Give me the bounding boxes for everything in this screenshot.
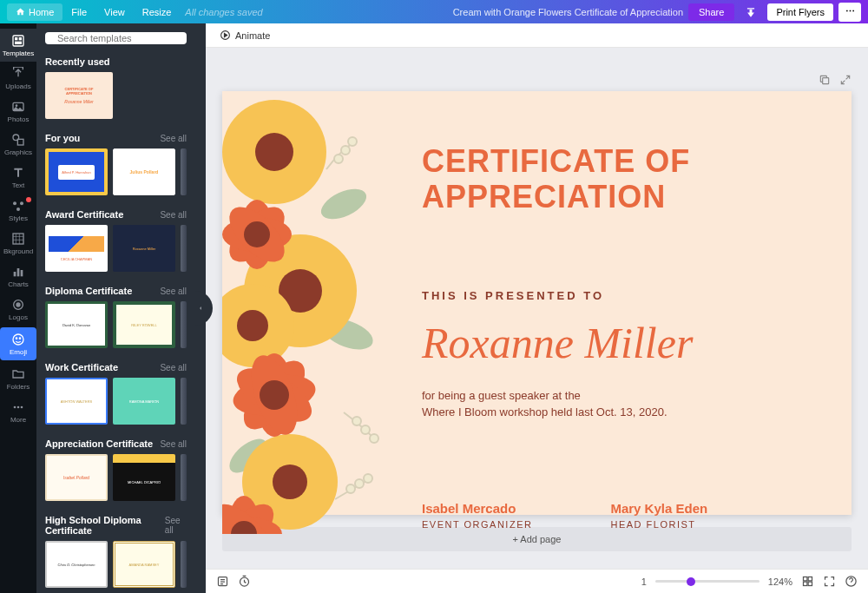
animate-button[interactable]: Animate: [214, 27, 275, 43]
section-highschool: High School Diploma Certificate See all: [45, 515, 187, 536]
template-more[interactable]: [181, 148, 187, 195]
svg-rect-2: [19, 37, 22, 40]
charts-icon: [11, 265, 25, 279]
template-thumb[interactable]: CERTIFICATE OFAPPRECIATION Roxanne Mille…: [45, 72, 113, 119]
template-thumb[interactable]: Isabel Pollard: [45, 454, 108, 501]
template-thumb[interactable]: ASHTON WALTERS: [45, 378, 108, 425]
template-thumb[interactable]: Chris O. Christophersen: [45, 541, 108, 588]
section-appreciation: Appreciation Certificate See all: [45, 438, 187, 449]
svg-rect-14: [21, 270, 23, 276]
tool-templates[interactable]: Templates: [0, 29, 36, 62]
certificate-description[interactable]: for being a guest speaker at the Where I…: [422, 387, 808, 421]
svg-point-29: [348, 137, 357, 146]
svg-rect-7: [17, 139, 23, 145]
flower-decoration: [222, 91, 404, 534]
download-icon: [745, 6, 757, 18]
certificate-title[interactable]: CERTIFICATE OF APPRECIATION: [422, 143, 808, 215]
share-button[interactable]: Share: [688, 3, 734, 21]
folders-icon: [11, 367, 25, 381]
animate-icon: [220, 30, 231, 41]
see-all-link[interactable]: See all: [160, 134, 187, 143]
timer-icon[interactable]: [238, 575, 251, 588]
svg-rect-13: [17, 268, 20, 276]
tool-uploads[interactable]: Uploads: [0, 62, 36, 95]
tool-more[interactable]: More: [0, 395, 36, 428]
svg-rect-1: [15, 37, 17, 40]
see-all-link[interactable]: See all: [160, 287, 187, 296]
signatures-row: Isabel Mercado EVENT ORGANIZER Mary Kyla…: [422, 501, 808, 530]
template-thumb[interactable]: David K. Donovan: [45, 301, 108, 348]
panel-collapse-button[interactable]: [195, 23, 206, 593]
template-more[interactable]: [181, 454, 187, 501]
tool-charts[interactable]: Charts: [0, 260, 36, 293]
notes-icon[interactable]: [216, 575, 229, 588]
save-status: All changes saved: [185, 7, 262, 17]
tool-background[interactable]: Bkground: [0, 227, 36, 260]
see-all-link[interactable]: See all: [160, 439, 187, 449]
tool-folders[interactable]: Folders: [0, 362, 36, 395]
see-all-link[interactable]: See all: [160, 210, 187, 220]
signature-1[interactable]: Isabel Mercado EVENT ORGANIZER: [422, 501, 532, 530]
template-thumb[interactable]: RILEY ROWELL: [113, 301, 175, 348]
template-more[interactable]: [181, 301, 187, 348]
see-all-link[interactable]: See all: [160, 363, 187, 372]
expand-page-icon[interactable]: [839, 74, 852, 86]
template-more[interactable]: [181, 225, 187, 272]
view-menu[interactable]: View: [95, 3, 134, 21]
tool-graphics[interactable]: Graphics: [0, 128, 36, 161]
template-thumb[interactable]: RAMONA MARION: [113, 378, 175, 425]
template-thumb[interactable]: AMANDA RAMSEY: [113, 541, 175, 588]
tool-photos[interactable]: Photos: [0, 95, 36, 128]
tool-styles[interactable]: Styles: [0, 194, 36, 227]
fullscreen-icon[interactable]: [823, 575, 836, 588]
presented-to-label[interactable]: THIS IS PRESENTED TO: [422, 289, 808, 302]
download-button[interactable]: [740, 3, 762, 22]
tool-emoji[interactable]: Emoji: [0, 327, 36, 360]
template-thumb[interactable]: MICHAEL DICAPRIO: [113, 454, 175, 501]
signature-2[interactable]: Mary Kyla Eden HEAD FLORIST: [610, 501, 707, 530]
more-button[interactable]: ⋯: [838, 3, 861, 22]
see-all-link[interactable]: See all: [165, 516, 187, 535]
home-button[interactable]: Home: [7, 3, 62, 21]
template-thumb[interactable]: CECILIA CHAPMAN: [45, 225, 108, 272]
tool-text[interactable]: Text: [0, 161, 36, 194]
section-work: Work Certificate See all: [45, 362, 187, 372]
section-recently-used: Recently used: [45, 56, 187, 67]
template-thumb[interactable]: Roxanne Miller: [113, 225, 175, 272]
svg-point-39: [255, 133, 293, 171]
zoom-level[interactable]: 124%: [768, 577, 792, 587]
grid-view-icon[interactable]: [801, 575, 814, 588]
text-icon: [11, 166, 25, 180]
styles-icon: [11, 199, 25, 213]
zoom-slider[interactable]: [655, 580, 760, 583]
recipient-name[interactable]: Roxanne Miller: [422, 318, 808, 368]
svg-rect-3: [15, 41, 22, 43]
svg-rect-25: [823, 78, 829, 84]
print-button[interactable]: Print Flyers: [767, 3, 833, 21]
tool-logos[interactable]: Logos: [0, 293, 36, 326]
certificate-page[interactable]: CERTIFICATE OF APPRECIATION THIS IS PRES…: [222, 91, 852, 515]
canvas-area: Animate: [206, 23, 868, 593]
template-thumb[interactable]: Julius Pollard: [113, 148, 175, 195]
doc-title[interactable]: Cream with Orange Flowers Certificate of…: [453, 7, 683, 17]
search-box[interactable]: [45, 32, 187, 44]
resize-menu[interactable]: Resize: [134, 3, 181, 21]
svg-point-19: [19, 338, 20, 339]
template-more[interactable]: [181, 378, 187, 425]
canvas-scroll[interactable]: CERTIFICATE OF APPRECIATION THIS IS PRES…: [206, 48, 868, 569]
help-icon[interactable]: [845, 575, 858, 588]
svg-rect-67: [808, 582, 812, 585]
page-count[interactable]: 1: [641, 577, 647, 587]
svg-point-30: [341, 146, 350, 155]
svg-point-20: [14, 405, 16, 408]
svg-point-36: [355, 479, 364, 488]
search-input[interactable]: [57, 33, 177, 43]
svg-point-26: [317, 182, 372, 225]
template-more[interactable]: [181, 541, 187, 588]
duplicate-page-icon[interactable]: [819, 74, 831, 86]
svg-point-31: [334, 155, 343, 163]
file-menu[interactable]: File: [62, 3, 95, 21]
background-icon: [11, 232, 25, 246]
template-thumb[interactable]: Alfred P. Hanrahan: [45, 148, 108, 195]
svg-point-33: [361, 425, 370, 434]
